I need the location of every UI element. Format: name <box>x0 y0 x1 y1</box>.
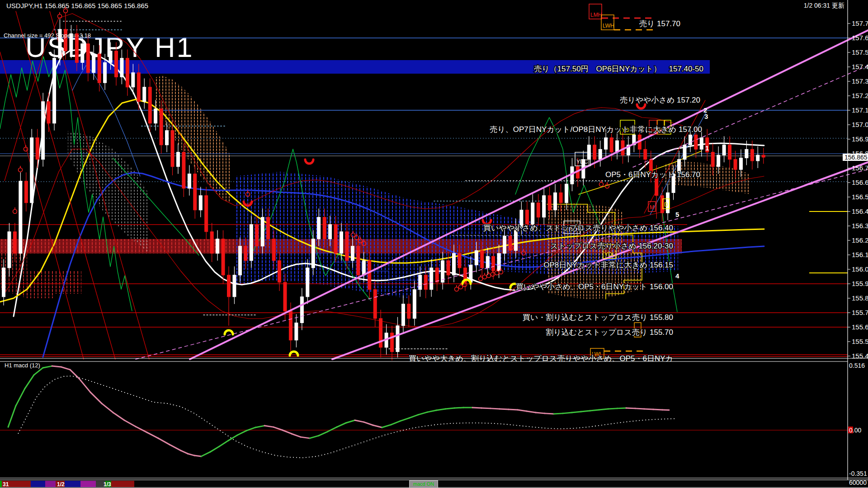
price-chart[interactable]: LMHLWHYDHMWDYDCYDOYDLMDWLWL 売り 157.70売り（… <box>0 0 868 488</box>
cloud-red-bottomleft <box>0 253 81 298</box>
candle <box>323 217 326 239</box>
candle <box>610 138 613 152</box>
macd-line-segment <box>427 410 436 412</box>
chart-title-ohlc: USDJPY,H1 156.865 156.865 156.865 156.86… <box>6 2 148 9</box>
candle <box>306 268 309 297</box>
macd-toggle-button[interactable]: macd ON <box>409 480 438 488</box>
timeline-segment <box>80 481 96 487</box>
candle <box>311 239 315 268</box>
macd-line-segment <box>292 434 301 437</box>
candle <box>255 225 259 246</box>
price-axis-label: 156.090 <box>852 265 868 273</box>
candle <box>739 158 742 170</box>
candle <box>193 174 197 210</box>
macd-line-segment <box>581 411 590 412</box>
candle <box>182 152 185 188</box>
candle <box>391 333 394 352</box>
candle <box>407 304 410 319</box>
macd-line-segment <box>90 392 102 404</box>
macd-signal-line <box>18 376 676 458</box>
candle <box>216 239 219 253</box>
candle <box>272 239 275 261</box>
annotation-text: 売り、OP7日NYカット/OP8日NYカット非常に大きめ 157.00 <box>490 125 702 134</box>
macd-line-segment <box>653 409 662 410</box>
macd-line-segment <box>34 368 43 375</box>
macd-line-segment <box>328 427 337 432</box>
level-box-label: LMH <box>590 12 602 18</box>
price-axis[interactable]: 157.790157.690157.590157.490157.390157.2… <box>843 0 868 480</box>
price-axis-label: 156.390 <box>852 222 868 230</box>
candle <box>104 62 107 83</box>
candle <box>396 326 399 352</box>
sell-circle-marker <box>491 272 495 277</box>
candle <box>486 256 489 268</box>
candle <box>525 210 528 225</box>
price-axis-label: 156.290 <box>852 236 868 244</box>
macd-line-segment <box>364 422 373 425</box>
macd-line-segment <box>319 432 328 436</box>
candle <box>548 196 551 210</box>
timeline-segment <box>134 481 848 487</box>
timeline-segment <box>65 481 80 487</box>
price-axis-label: 157.690 <box>852 34 868 42</box>
candle <box>497 253 500 271</box>
candle <box>481 250 484 267</box>
candle <box>278 261 281 282</box>
macd-line-segment <box>158 438 170 445</box>
price-axis-label: 156.690 <box>852 178 868 186</box>
macd-line-segment <box>418 412 427 415</box>
macd-panel: 0.5160.00-0.35160000 <box>0 358 868 486</box>
wave-count-label: 4 <box>675 272 679 280</box>
candle <box>98 54 101 83</box>
macd-line-segment <box>61 367 70 370</box>
candle <box>222 239 225 275</box>
sell-circle-marker <box>459 285 463 289</box>
sell-circle-marker <box>19 168 23 172</box>
candle <box>351 246 354 261</box>
candle <box>148 87 151 123</box>
candle <box>295 323 298 340</box>
macd-line-segment <box>572 412 581 413</box>
timeline-segment <box>111 481 134 487</box>
buy-arrow-marker <box>225 330 233 334</box>
candle <box>143 87 146 102</box>
macd-line-segment <box>264 426 274 427</box>
candle <box>717 155 720 167</box>
macd-line-segment <box>481 408 491 408</box>
macd-line-segment <box>274 427 283 430</box>
candle <box>165 131 169 145</box>
annotation-text: 売り（157.50円 OP6日NYカット） 157.40-50 <box>534 65 703 73</box>
price-axis-label: 155.690 <box>852 323 868 331</box>
price-axis-label: 156.590 <box>852 193 868 201</box>
candle <box>210 232 213 253</box>
macd-line-segment <box>194 455 201 456</box>
candle <box>430 268 433 290</box>
candle <box>176 152 179 167</box>
price-axis-label: 157.290 <box>852 92 868 99</box>
candle <box>137 73 140 102</box>
macd-line-segment <box>210 446 219 452</box>
candle <box>373 290 377 319</box>
price-axis-label: 156.490 <box>852 207 868 215</box>
sell-arrow-marker <box>305 160 313 164</box>
macd-line-segment <box>599 409 608 410</box>
candle <box>205 196 208 232</box>
macd-line-segment <box>554 413 563 414</box>
candle <box>24 181 28 203</box>
current-price-label: 156.865 <box>844 154 868 161</box>
macd-line-segment <box>382 425 391 427</box>
candle <box>81 44 84 63</box>
candle <box>492 256 495 271</box>
candle <box>660 196 664 213</box>
sell-circle-marker <box>487 274 491 278</box>
timeline-segment <box>0 481 2 487</box>
macd-line-segment <box>400 418 409 421</box>
candle <box>283 282 287 311</box>
wave-count-label: 1 <box>705 144 709 152</box>
macd-line-segment <box>626 408 635 408</box>
candle <box>559 192 562 202</box>
candle <box>379 319 382 347</box>
macd-line-segment <box>500 409 509 409</box>
macd-line-segment <box>136 427 147 432</box>
price-axis-label: 155.990 <box>852 280 868 287</box>
